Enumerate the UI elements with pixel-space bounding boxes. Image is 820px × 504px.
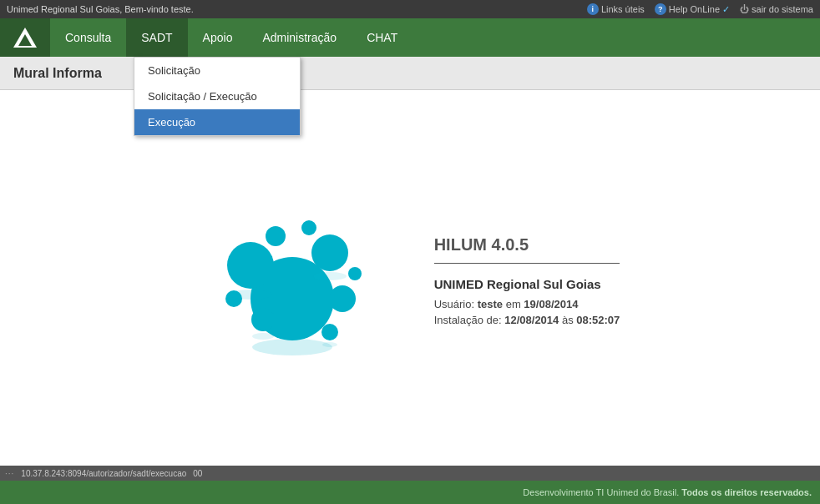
user-date-label: em: [503, 298, 524, 310]
footer-right: Desenvolvimento TI Unimed do Brasil. Tod…: [523, 487, 812, 497]
svg-point-4: [251, 308, 275, 331]
power-icon: ⏻: [740, 4, 749, 14]
nav-administracao[interactable]: Administração: [247, 18, 352, 57]
top-bar-title: Unimed Regional Sul Goias, Bem-vindo tes…: [7, 4, 194, 14]
install-line: Instalação de: 12/08/2014 às 08:52:07: [434, 314, 620, 326]
status-url: 10.37.8.243:8094/autorizador/sadt/execuc…: [21, 469, 186, 478]
install-time: 08:52:07: [576, 314, 620, 326]
footer-right-bold: Todos os direitos reservados.: [681, 487, 812, 497]
svg-point-5: [321, 324, 338, 340]
status-dots: ···: [5, 469, 14, 478]
svg-point-11: [229, 290, 272, 300]
main-content: HILUM 4.0.5 UNIMED Regional Sul Goias Us…: [0, 90, 820, 474]
user-date: 19/08/2014: [524, 298, 578, 310]
logo-icon: [13, 28, 37, 48]
status-bar: ··· 10.37.8.243:8094/autorizador/sadt/ex…: [0, 466, 820, 481]
svg-point-3: [329, 285, 356, 312]
help-label: Help OnLine: [669, 4, 720, 14]
logout-link[interactable]: ⏻ sair do sistema: [740, 4, 813, 14]
status-extra: 00: [193, 469, 202, 478]
checkmark-icon: ✓: [722, 4, 730, 15]
user-value: teste: [478, 298, 503, 310]
nav-consulta[interactable]: Consulta: [50, 18, 126, 57]
install-date: 12/08/2014: [504, 314, 559, 326]
svg-point-9: [301, 220, 316, 235]
svg-point-13: [252, 333, 274, 340]
top-bar: Unimed Regional Sul Goias, Bem-vindo tes…: [0, 0, 820, 18]
dropdown-item-solicitacao[interactable]: Solicitação: [134, 58, 300, 83]
user-line: Usuário: teste em 19/08/2014: [434, 298, 620, 310]
nav-sadt[interactable]: SADT: [126, 18, 187, 57]
svg-point-1: [227, 242, 274, 289]
footer: Desenvolvimento TI Unimed do Brasil. Tod…: [0, 481, 820, 504]
help-icon: ?: [655, 3, 666, 15]
nav-apoio[interactable]: Apoio: [188, 18, 248, 57]
svg-point-12: [313, 272, 347, 280]
svg-point-6: [266, 226, 286, 246]
app-title: HILUM 4.0.5: [434, 235, 620, 264]
user-label: Usuário:: [434, 298, 478, 310]
svg-point-2: [311, 234, 348, 271]
info-panel: HILUM 4.0.5 UNIMED Regional Sul Goias Us…: [434, 235, 620, 330]
svg-point-8: [348, 267, 362, 280]
navbar: Consulta SADT Apoio Administração CHAT: [0, 18, 820, 57]
svg-point-14: [322, 342, 337, 347]
nav-chat[interactable]: CHAT: [352, 18, 413, 57]
molecule-svg: [200, 190, 384, 382]
page-title: Mural Informa: [13, 66, 102, 81]
footer-right-text: Desenvolvimento TI Unimed do Brasil.: [523, 487, 679, 497]
page-title-bar: Mural Informa: [0, 57, 820, 90]
dropdown-item-execucao[interactable]: Execução: [134, 109, 300, 135]
top-bar-actions: i Links úteis ? Help OnLine ✓ ⏻ sair do …: [587, 3, 813, 15]
install-time-label: às: [559, 314, 576, 326]
links-uteis-label: Links úteis: [601, 4, 645, 14]
molecule-graphic: [200, 190, 384, 374]
dropdown-item-solicitacao-execucao[interactable]: Solicitação / Execução: [134, 83, 300, 109]
logo: [0, 18, 50, 57]
links-uteis-link[interactable]: i Links úteis: [587, 3, 645, 15]
help-link[interactable]: ? Help OnLine ✓: [655, 3, 730, 15]
info-icon: i: [587, 3, 599, 15]
company-name: UNIMED Regional Sul Goias: [434, 277, 620, 291]
logout-label: sair do sistema: [752, 4, 813, 14]
svg-point-10: [252, 339, 332, 355]
install-label: Instalação de:: [434, 314, 505, 326]
dropdown-menu: Solicitação Solicitação / Execução Execu…: [134, 57, 301, 136]
